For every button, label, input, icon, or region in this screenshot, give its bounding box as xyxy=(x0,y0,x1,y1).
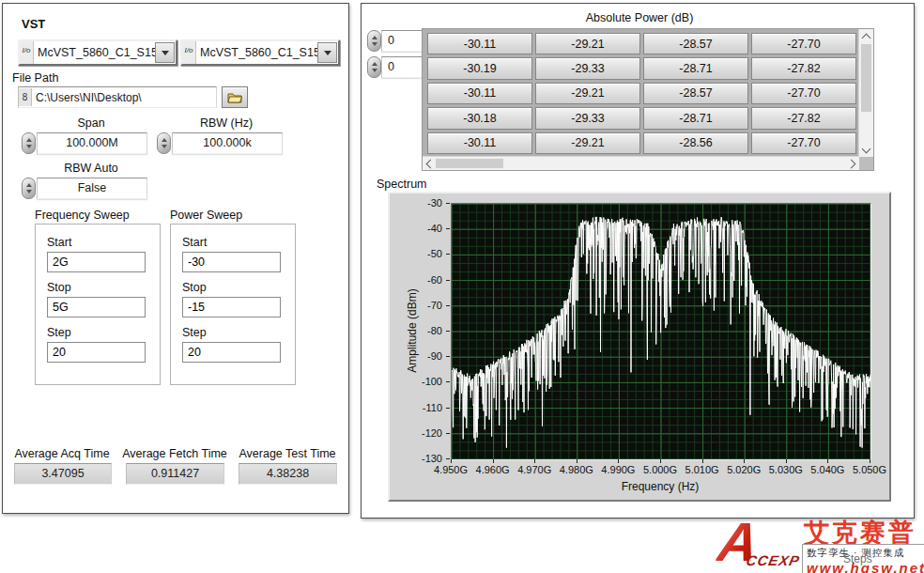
power-cell: -27.70 xyxy=(751,132,856,154)
spectrum-graph-label: Spectrum xyxy=(377,178,427,191)
rbw-value[interactable]: 100.000k xyxy=(172,132,283,154)
scrollbar-corner xyxy=(859,157,873,170)
power-start-input[interactable] xyxy=(182,252,281,272)
x-tick-mark xyxy=(451,459,452,463)
average-fetch-time-value: 0.911427 xyxy=(126,463,224,485)
span-increment-decrement[interactable] xyxy=(22,132,36,154)
power-table-title: Absolute Power (dB) xyxy=(424,11,855,24)
power-cell: -27.70 xyxy=(751,33,856,54)
absolute-power-table: -30.11-29.21-28.57-27.70-30.19-29.33-28.… xyxy=(422,28,874,171)
average-acq-time-value: 3.47095 xyxy=(14,463,112,485)
power-stop-input[interactable] xyxy=(182,297,281,317)
y-tick-label: -70 xyxy=(395,300,442,311)
power-cell: -29.21 xyxy=(535,83,640,104)
power-cell: -30.18 xyxy=(427,107,532,129)
scroll-up-button[interactable] xyxy=(859,29,873,43)
x-tick-label: 5.050G xyxy=(845,464,894,475)
steps-overlap-text: Steps xyxy=(843,552,872,565)
frequency-sweep-group: Start Stop Step xyxy=(35,224,161,385)
horizontal-scroll-thumb[interactable] xyxy=(436,159,503,168)
results-panel: Absolute Power (dB) 0 0 -30.11-29.21-28.… xyxy=(361,3,915,519)
freq-step-label: Step xyxy=(47,326,71,339)
vertical-scroll-thumb[interactable] xyxy=(861,44,871,112)
table-row-index-spinner[interactable] xyxy=(367,30,381,52)
power-cell: -28.56 xyxy=(643,132,748,154)
folder-icon xyxy=(227,92,242,103)
x-tick-mark xyxy=(702,459,703,463)
power-cell: -29.33 xyxy=(535,107,640,129)
rbw-auto-label: RBW Auto xyxy=(37,162,146,175)
file-path-value: C:\Users\NI\Desktop\ xyxy=(32,91,142,104)
scroll-left-button[interactable] xyxy=(423,157,436,170)
y-tick-mark xyxy=(446,408,450,409)
brand-en-text: CCEXP xyxy=(745,552,801,568)
dropdown-arrow-icon[interactable] xyxy=(317,42,337,63)
y-tick-label: -40 xyxy=(395,223,442,234)
spectrum-plot-area xyxy=(451,203,871,460)
scroll-down-button[interactable] xyxy=(859,143,873,157)
power-cell: -30.11 xyxy=(427,132,532,154)
power-cell: -29.33 xyxy=(535,57,640,79)
x-axis-title: Frequency (Hz) xyxy=(622,480,700,493)
y-tick-mark xyxy=(446,305,450,306)
y-tick-label: -50 xyxy=(395,248,442,259)
x-tick-mark xyxy=(744,459,745,463)
vst-resource-1-value: McVST_5860_C1_S15/1 xyxy=(196,46,317,59)
power-step-label: Step xyxy=(182,326,207,339)
browse-folder-button[interactable] xyxy=(222,86,248,108)
x-tick-mark xyxy=(618,459,619,463)
freq-stop-input[interactable] xyxy=(47,297,146,317)
table-row-index-value[interactable]: 0 xyxy=(381,30,424,52)
rbw-auto-value[interactable]: False xyxy=(37,178,147,199)
average-acq-time-label: Average Acq Time xyxy=(8,447,116,460)
power-cell: -28.71 xyxy=(643,57,748,79)
dropdown-arrow-icon[interactable] xyxy=(155,42,175,63)
io-type-icon: I/o xyxy=(182,41,196,64)
span-value[interactable]: 100.000M xyxy=(37,132,147,154)
y-tick-mark xyxy=(446,356,450,357)
y-tick-mark xyxy=(446,228,450,229)
vst-config-panel: VST I/o McVST_5860_C1_S15/0 I/o McVST_58… xyxy=(2,3,349,514)
y-tick-mark xyxy=(446,381,450,382)
span-label: Span xyxy=(37,116,146,130)
freq-start-input[interactable] xyxy=(47,252,146,272)
table-cells: -30.11-29.21-28.57-27.70-30.19-29.33-28.… xyxy=(423,29,859,157)
y-tick-label: -120 xyxy=(395,427,442,439)
freq-step-input[interactable] xyxy=(47,342,146,363)
y-tick-mark xyxy=(446,280,450,281)
power-cell: -28.57 xyxy=(643,33,748,54)
table-horizontal-scrollbar[interactable] xyxy=(423,156,859,170)
rbw-auto-increment-decrement[interactable] xyxy=(22,178,36,199)
file-path-field[interactable]: 8 C:\Users\NI\Desktop\ xyxy=(18,86,217,108)
freq-start-label: Start xyxy=(47,236,71,249)
y-tick-label: -130 xyxy=(395,453,442,464)
average-fetch-time-label: Average Fetch Time xyxy=(121,447,228,460)
average-test-time-label: Average Test Time xyxy=(234,447,341,460)
y-tick-label: -90 xyxy=(395,350,442,362)
frequency-sweep-label: Frequency Sweep xyxy=(35,209,130,222)
labview-front-panel: VST I/o McVST_5860_C1_S15/0 I/o McVST_58… xyxy=(0,0,924,573)
y-tick-label: -60 xyxy=(395,274,442,286)
average-test-time-value: 4.38238 xyxy=(239,463,337,485)
scroll-right-button[interactable] xyxy=(846,157,859,170)
vst-section-label: VST xyxy=(22,17,45,31)
vst-resource-select-1[interactable]: I/o McVST_5860_C1_S15/1 xyxy=(180,39,340,66)
table-vertical-scrollbar[interactable] xyxy=(858,29,873,157)
table-col-index-value[interactable]: 0 xyxy=(381,56,424,78)
table-col-index-spinner[interactable] xyxy=(367,56,381,78)
y-tick-label: -80 xyxy=(395,325,442,336)
y-tick-mark xyxy=(446,433,450,434)
power-cell: -30.11 xyxy=(427,33,532,54)
vst-resource-select-0[interactable]: I/o McVST_5860_C1_S15/0 xyxy=(18,39,177,66)
rbw-increment-decrement[interactable] xyxy=(157,132,171,154)
x-tick-mark xyxy=(534,459,535,463)
power-cell: -28.71 xyxy=(643,107,748,129)
power-step-input[interactable] xyxy=(182,342,281,363)
power-cell: -27.82 xyxy=(751,107,856,129)
power-cell: -27.70 xyxy=(751,83,856,104)
vst-resource-0-value: McVST_5860_C1_S15/0 xyxy=(34,46,155,59)
power-stop-label: Stop xyxy=(182,281,207,294)
power-sweep-label: Power Sweep xyxy=(170,209,242,222)
y-tick-mark xyxy=(446,203,450,204)
y-tick-mark xyxy=(446,331,450,332)
